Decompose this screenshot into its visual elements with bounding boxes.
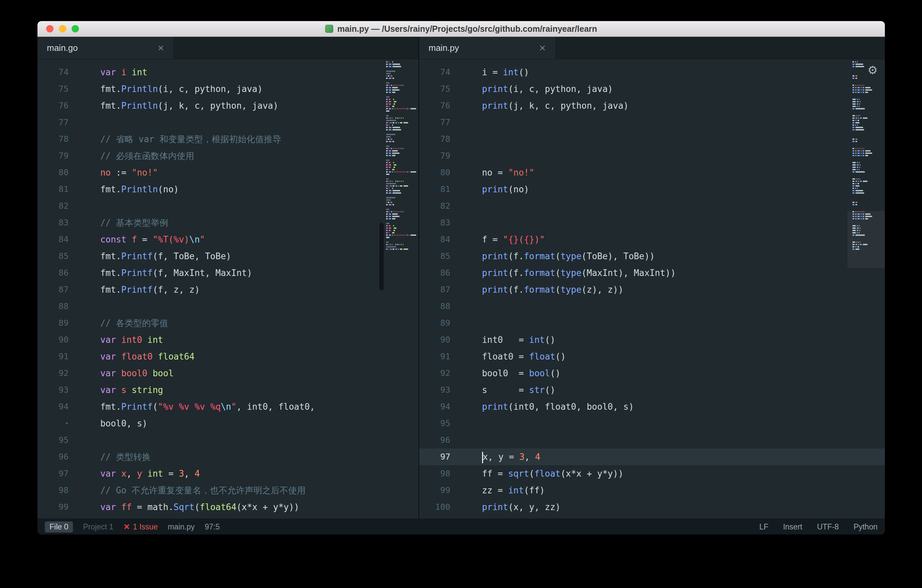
code-line[interactable]: 83 // 基本类型举例 (38, 214, 418, 231)
code-line[interactable]: 79 // 必须在函数体内使用 (38, 147, 418, 164)
code-line[interactable]: 91 var float0 float64 (38, 348, 418, 365)
code-line[interactable]: 96 // 类型转换 (38, 449, 418, 465)
code-line[interactable]: 90 var int0 int (38, 332, 418, 348)
code-line[interactable]: 78 (419, 131, 885, 147)
code-line[interactable]: 94 fmt.Printf("%v %v %v %q\n", int0, flo… (38, 399, 418, 415)
code-line[interactable]: 80 no = "no!" (419, 164, 885, 181)
code-line[interactable]: • bool0, s) (38, 415, 418, 432)
code-line[interactable]: 78 // 省略 var 和变量类型，根据初始化值推导 (38, 131, 418, 147)
minimap-row (847, 124, 885, 126)
line-number: 84 (419, 231, 450, 248)
minimap-row (381, 67, 418, 70)
code-line[interactable]: 99 var ff = math.Sqrt(float64(x*x + y*y)… (38, 499, 418, 515)
tab-bar-left: main.go × (38, 37, 418, 59)
lint-issues[interactable]: ✕ 1 Issue (123, 523, 158, 531)
code-line[interactable]: 88 (419, 298, 885, 315)
code-line[interactable]: 93 var s string (38, 382, 418, 399)
minimap-row (381, 220, 418, 222)
code-line[interactable]: 93 s = str() (419, 382, 885, 399)
code-line[interactable]: 94 print(int0, float0, bool0, s) (419, 399, 885, 415)
code-line[interactable]: 85 fmt.Printf(f, ToBe, ToBe) (38, 248, 418, 265)
code-text: fmt.Printf(f, ToBe, ToBe) (69, 248, 231, 265)
code-line[interactable]: 89 // 各类型的零值 (38, 315, 418, 332)
code-line[interactable]: 86 print(f.format(type(MaxInt), MaxInt)) (419, 265, 885, 281)
cursor-position[interactable]: 97:5 (205, 523, 220, 531)
code-line[interactable]: 74 i = int() (419, 64, 885, 81)
gear-icon[interactable]: ⚙ (868, 62, 877, 77)
code-line[interactable]: 90 int0 = int() (419, 332, 885, 348)
encoding-indicator[interactable]: UTF-8 (817, 523, 839, 531)
scrollbar-thumb[interactable] (379, 223, 384, 290)
code-text: no = "no!" (450, 164, 534, 181)
editor-main-go[interactable]: 74 var i int75 fmt.Println(i, c, python,… (38, 59, 418, 519)
input-mode-indicator[interactable]: Insert (783, 523, 803, 531)
code-line[interactable]: 88 (38, 298, 418, 315)
code-line[interactable]: 76 print(j, k, c, python, java) (419, 97, 885, 114)
code-line[interactable]: 82 (419, 198, 885, 214)
editor-main-py[interactable]: 74 i = int()75 print(i, c, python, java)… (419, 59, 885, 519)
tab-label: main.go (47, 43, 78, 53)
tab-main-py[interactable]: main.py × (419, 37, 555, 59)
code-text: print(int0, float0, bool0, s) (450, 399, 634, 415)
code-line[interactable]: 100 print(x, y, zz) (419, 499, 885, 515)
minimap-row (847, 206, 885, 208)
minimap-row (847, 119, 885, 121)
line-number: 98 (419, 465, 450, 482)
code-text (450, 432, 461, 449)
code-line[interactable]: 95 (38, 432, 418, 449)
code-line[interactable]: 81 print(no) (419, 181, 885, 198)
code-line[interactable]: 97 x, y = 3, 4 (419, 449, 885, 465)
minimap[interactable] (847, 60, 885, 519)
code-line[interactable]: 87 fmt.Printf(f, z, z) (38, 281, 418, 298)
code-line[interactable]: 86 fmt.Printf(f, MaxInt, MaxInt) (38, 265, 418, 281)
code-line[interactable]: 92 var bool0 bool (38, 365, 418, 382)
close-tab-icon[interactable]: × (539, 42, 546, 53)
zoom-window-button[interactable] (72, 25, 79, 33)
minimap[interactable] (381, 60, 418, 519)
code-line[interactable]: 75 fmt.Println(i, c, python, java) (38, 81, 418, 97)
code-line[interactable]: 75 print(i, c, python, java) (419, 81, 885, 97)
code-line[interactable]: 95 (419, 415, 885, 432)
minimap-row (847, 96, 885, 98)
code-line[interactable]: 99 zz = int(ff) (419, 482, 885, 499)
code-line[interactable]: 76 fmt.Println(j, k, c, python, java) (38, 97, 418, 114)
minimap-row (381, 98, 418, 100)
code-line[interactable]: 89 (419, 315, 885, 332)
minimap-row (381, 241, 418, 243)
code-line[interactable]: 98 // Go 不允许重复变量名，也不允许声明之后不使用 (38, 482, 418, 499)
code-line[interactable]: 84 const f = "%T(%v)\n" (38, 231, 418, 248)
code-line[interactable]: 77 (419, 114, 885, 131)
minimap-row (847, 140, 885, 142)
minimap-row (847, 89, 885, 91)
tab-main-go[interactable]: main.go × (38, 37, 173, 59)
minimap-row (847, 192, 885, 194)
code-line[interactable]: 80 no := "no!" (38, 164, 418, 181)
minimap-row (381, 199, 418, 201)
close-window-button[interactable] (46, 25, 54, 33)
code-line[interactable]: 74 var i int (38, 64, 418, 81)
language-indicator[interactable]: Python (853, 523, 878, 531)
code-line[interactable]: 98 ff = sqrt(float(x*x + y*y)) (419, 465, 885, 482)
code-line[interactable]: 87 print(f.format(type(z), z)) (419, 281, 885, 298)
code-line[interactable]: 92 bool0 = bool() (419, 365, 885, 382)
file-count-chip[interactable]: File 0 (45, 521, 73, 532)
minimap-viewport[interactable] (847, 211, 885, 268)
code-text (69, 114, 79, 131)
code-line[interactable]: 97 var x, y int = 3, 4 (38, 465, 418, 482)
status-file-name[interactable]: main.py (168, 523, 195, 531)
code-line[interactable]: 96 (419, 432, 885, 449)
code-line[interactable]: 91 float0 = float() (419, 348, 885, 365)
minimize-window-button[interactable] (59, 25, 66, 33)
line-ending-indicator[interactable]: LF (759, 523, 768, 531)
project-count[interactable]: Project 1 (83, 523, 113, 531)
code-line[interactable]: 79 (419, 147, 885, 164)
minimap-row (381, 107, 418, 110)
code-line[interactable]: 77 (38, 114, 418, 131)
code-line[interactable]: 81 fmt.Println(no) (38, 181, 418, 198)
code-line[interactable]: 84 f = "{}({})" (419, 231, 885, 248)
close-tab-icon[interactable]: × (158, 42, 164, 53)
code-line[interactable]: 82 (38, 198, 418, 214)
code-line[interactable]: 83 (419, 214, 885, 231)
minimap-row (847, 60, 885, 63)
code-line[interactable]: 85 print(f.format(type(ToBe), ToBe)) (419, 248, 885, 265)
